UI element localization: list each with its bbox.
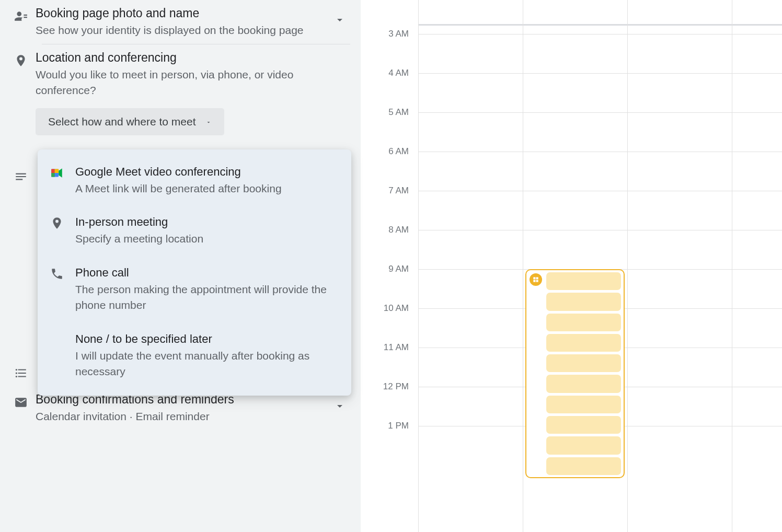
svg-rect-2 bbox=[51, 173, 55, 177]
phone-icon bbox=[50, 266, 75, 314]
svg-rect-6 bbox=[533, 280, 535, 282]
menu-desc: I will update the event manually after b… bbox=[75, 348, 339, 380]
blank-icon bbox=[50, 332, 75, 380]
dropdown-label: Select how and where to meet bbox=[48, 115, 196, 128]
menu-desc: Specify a meeting location bbox=[75, 231, 339, 247]
appointment-slot[interactable] bbox=[546, 334, 621, 352]
hour-label: 10 AM bbox=[384, 303, 409, 314]
calendar-grid[interactable] bbox=[418, 0, 782, 532]
menu-option-none[interactable]: None / to be specified later I will upda… bbox=[38, 323, 351, 389]
list-icon bbox=[6, 363, 36, 380]
section-subtitle: Calendar invitation · Email reminder bbox=[36, 409, 331, 424]
section-location: Location and conferencing Would you like… bbox=[0, 44, 361, 135]
caret-down-icon bbox=[205, 115, 212, 128]
meeting-type-menu: Google Meet video conferencing A Meet li… bbox=[38, 149, 351, 396]
chevron-down-icon[interactable] bbox=[334, 14, 346, 28]
settings-panel: Booking page photo and name See how your… bbox=[0, 0, 361, 532]
menu-option-phone[interactable]: Phone call The person making the appoint… bbox=[38, 257, 351, 323]
person-badge-icon bbox=[6, 6, 36, 38]
svg-rect-3 bbox=[55, 169, 59, 173]
appointment-slot[interactable] bbox=[546, 416, 621, 434]
appointment-slot[interactable] bbox=[546, 436, 621, 454]
hour-label: 3 AM bbox=[388, 29, 409, 39]
section-subtitle: Would you like to meet in person, via ph… bbox=[36, 67, 331, 98]
hour-label: 8 AM bbox=[388, 225, 409, 235]
hour-label: 9 AM bbox=[388, 264, 409, 274]
notes-icon bbox=[6, 167, 36, 183]
menu-option-google-meet[interactable]: Google Meet video conferencing A Meet li… bbox=[38, 156, 351, 206]
svg-rect-4 bbox=[533, 277, 535, 279]
google-meet-icon bbox=[50, 165, 75, 196]
hour-label: 11 AM bbox=[384, 342, 409, 353]
menu-label: None / to be specified later bbox=[75, 332, 339, 346]
svg-rect-7 bbox=[536, 280, 538, 282]
time-axis: 3 AM 4 AM 5 AM 6 AM 7 AM 8 AM 9 AM 10 AM… bbox=[361, 0, 418, 532]
location-pin-icon bbox=[50, 215, 75, 247]
hour-label: 5 AM bbox=[388, 107, 409, 118]
menu-option-in-person[interactable]: In-person meeting Specify a meeting loca… bbox=[38, 206, 351, 256]
chevron-down-icon[interactable] bbox=[334, 400, 346, 414]
svg-rect-1 bbox=[51, 169, 55, 173]
mail-icon bbox=[6, 392, 36, 424]
hour-label: 4 AM bbox=[388, 68, 409, 78]
appointment-slot[interactable] bbox=[546, 272, 621, 290]
appointment-slot[interactable] bbox=[546, 293, 621, 310]
hour-label: 7 AM bbox=[388, 186, 409, 196]
menu-label: Google Meet video conferencing bbox=[75, 165, 339, 179]
menu-desc: The person making the appointment will p… bbox=[75, 282, 339, 314]
menu-desc: A Meet link will be generated after book… bbox=[75, 181, 339, 196]
appointment-block[interactable] bbox=[525, 269, 625, 478]
appointment-schedule-icon bbox=[530, 273, 542, 286]
hour-label: 6 AM bbox=[388, 146, 409, 157]
meeting-type-dropdown[interactable]: Select how and where to meet bbox=[36, 108, 224, 135]
svg-rect-5 bbox=[536, 277, 538, 279]
hour-label: 12 PM bbox=[383, 381, 409, 392]
section-subtitle: See how your identity is displayed on th… bbox=[36, 22, 331, 38]
menu-label: In-person meeting bbox=[75, 215, 339, 229]
appointment-slot[interactable] bbox=[546, 396, 621, 413]
section-title: Booking page photo and name bbox=[36, 6, 331, 20]
appointment-slot[interactable] bbox=[546, 375, 621, 392]
menu-label: Phone call bbox=[75, 266, 339, 280]
hour-label: 1 PM bbox=[388, 421, 409, 431]
section-booking-photo[interactable]: Booking page photo and name See how your… bbox=[0, 0, 361, 44]
appointment-slot[interactable] bbox=[546, 457, 621, 475]
section-title: Location and conferencing bbox=[36, 51, 331, 65]
appointment-slot[interactable] bbox=[546, 354, 621, 372]
appointment-slot[interactable] bbox=[546, 314, 621, 331]
calendar-panel: 3 AM 4 AM 5 AM 6 AM 7 AM 8 AM 9 AM 10 AM… bbox=[361, 0, 782, 532]
location-pin-icon bbox=[6, 51, 36, 135]
